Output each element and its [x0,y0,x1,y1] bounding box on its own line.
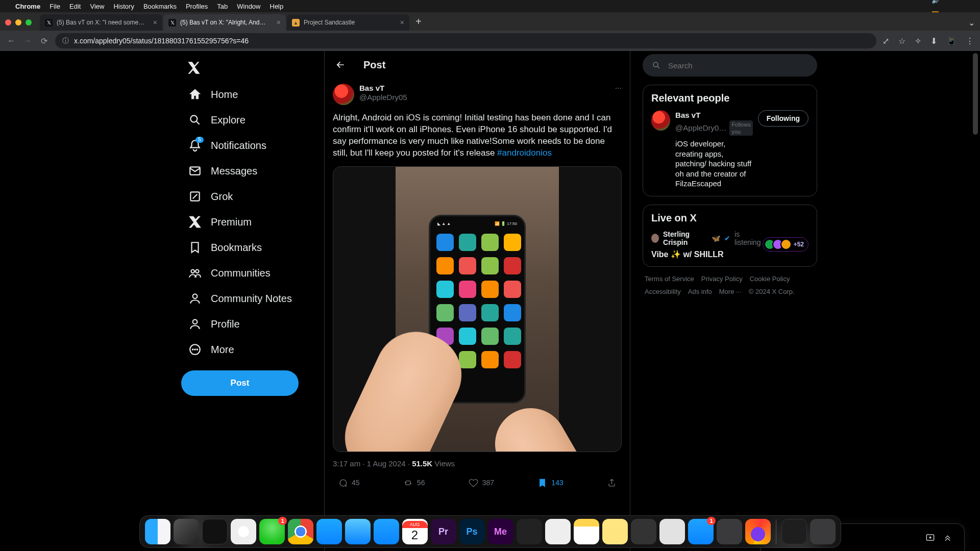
dock-launchpad-icon[interactable] [174,519,199,544]
dock-trash-icon[interactable] [810,519,836,544]
dock-utility-icon[interactable] [659,519,685,544]
tab-close-icon[interactable]: × [277,18,281,27]
live-card[interactable]: Live on X Sterling Crispin🦋✔is listening… [643,205,817,267]
nav-grok[interactable]: Grok [181,185,240,208]
dock-stickies-icon[interactable] [602,519,628,544]
dock-chess-icon[interactable] [631,519,656,544]
browser-tab[interactable]: ▲ Project Sandcastle × [287,14,409,31]
author-avatar[interactable] [333,84,354,105]
browser-tab[interactable]: 𝕏 (5) Bas vT on X: "Alright, And… × [163,14,286,31]
footer-link[interactable]: More ··· [719,288,742,295]
tweet-media[interactable]: ◣ ▲ ▲📶 🔋 17:50 [333,166,622,452]
expand-drawer-icon[interactable] [939,529,956,546]
tab-close-icon[interactable]: × [153,18,157,27]
nav-explore[interactable]: Explore [181,108,253,132]
dock-mediaencoder-icon[interactable]: Me [488,519,513,544]
back-button[interactable] [332,56,349,73]
install-pwa-icon[interactable]: ⤢ [883,36,889,46]
dock-settings-icon[interactable] [717,519,742,544]
search-input[interactable] [668,61,808,70]
menubar-item[interactable]: File [50,3,60,10]
nav-more[interactable]: More [181,338,241,361]
dock-firefox-icon[interactable] [745,519,771,544]
menubar-app-name[interactable]: Chrome [15,3,40,10]
reload-button[interactable]: ⟳ [39,36,49,46]
reply-button[interactable]: 45 [338,478,360,488]
share-button[interactable] [607,478,617,488]
person-handle[interactable]: @AppleDry0… [675,123,726,133]
tab-close-icon[interactable]: × [400,18,404,27]
menubar-item[interactable]: Bookmarks [143,3,177,10]
page-scrollbar[interactable] [972,53,979,549]
dock-photos-icon[interactable] [231,519,256,544]
like-button[interactable]: 387 [469,478,494,488]
footer-link[interactable]: Privacy Policy [701,275,743,283]
nav-communities[interactable]: Communities [181,261,278,285]
avatar[interactable] [651,110,670,131]
menubar-item[interactable]: Window [237,3,260,10]
bookmark-star-icon[interactable]: ☆ [898,36,905,46]
dock-xcode-icon[interactable] [316,519,342,544]
nav-community-notes[interactable]: Community Notes [181,287,299,310]
footer-link[interactable]: Terms of Service [645,275,694,283]
dock-notes-icon[interactable] [574,519,599,544]
tweet-time[interactable]: 3:17 am [333,459,360,468]
extensions-icon[interactable]: ✧ [915,36,921,46]
menubar-item[interactable]: Profiles [186,3,208,10]
site-info-icon[interactable]: ⓘ [62,36,69,45]
chrome-menu-icon[interactable]: ⋮ [966,36,974,46]
menubar-item[interactable]: Tab [217,3,228,10]
tab-overflow-icon[interactable]: ⌄ [963,15,980,31]
footer-link[interactable]: Ads info [688,288,712,295]
dock-appstore-icon[interactable] [374,519,399,544]
x-logo[interactable] [181,55,207,81]
person-name[interactable]: Bas vT [675,110,753,120]
tweet-date[interactable]: 1 Aug 2024 [367,459,406,468]
downloads-icon[interactable]: ⬇ [930,36,937,46]
nav-bookmarks[interactable]: Bookmarks [181,236,269,259]
card-title: Relevant people [651,92,808,104]
menubar-item[interactable]: Edit [69,3,81,10]
author-handle[interactable]: @AppleDry05 [359,93,407,102]
nav-messages[interactable]: Messages [181,159,264,183]
compose-post-button[interactable]: Post [181,370,299,396]
new-message-icon[interactable] [921,529,939,546]
browser-tab[interactable]: 𝕏 (5) Bas vT on X: "I need some… × [40,14,162,31]
new-tab-button[interactable]: + [410,16,427,31]
relevant-person: Bas vT @AppleDry0…Follows you iOS develo… [651,110,808,189]
menubar-item[interactable]: View [90,3,104,10]
search-box[interactable] [643,54,817,77]
author-name[interactable]: Bas vT [359,84,407,93]
dock-devtool-icon[interactable] [345,519,371,544]
tweet-more-icon[interactable]: ··· [615,84,622,105]
dock-screenshot-icon[interactable] [545,519,571,544]
dock-premiere-icon[interactable]: Pr [431,519,456,544]
dock-calendar-icon[interactable]: AUG2 [402,519,428,544]
dock-appstore2-icon[interactable]: 1 [688,519,714,544]
device-icon[interactable]: 📱 [946,36,957,46]
footer-link[interactable]: Accessibility [645,288,681,295]
nav-notifications[interactable]: Notifications [181,134,274,157]
nav-profile[interactable]: Profile [181,312,247,336]
dock-folder-icon[interactable] [781,519,807,544]
retweet-button[interactable]: 56 [403,478,425,488]
nav-home[interactable]: Home [181,83,245,106]
menubar-item[interactable]: Help [270,3,284,10]
nav-label: Home [211,89,238,101]
dock-terminal-icon[interactable] [202,519,228,544]
menubar-item[interactable]: History [113,3,134,10]
back-button[interactable]: ← [6,36,16,45]
dock-photoshop-icon[interactable]: Ps [459,519,485,544]
address-bar[interactable]: ⓘ x.com/appledry05/status/18188031761552… [55,33,876,48]
footer-link[interactable]: Cookie Policy [750,275,790,283]
dock-obs-icon[interactable] [517,519,542,544]
volume-icon[interactable]: 🔊 [932,0,939,4]
dock-messages-icon[interactable]: 1 [259,519,285,544]
nav-premium[interactable]: Premium [181,210,259,234]
follow-button[interactable]: Following [758,110,808,127]
bookmark-button[interactable]: 143 [537,478,563,488]
window-controls[interactable] [5,19,32,26]
dock-finder-icon[interactable] [145,519,170,544]
dock-chrome-icon[interactable] [288,519,313,544]
hashtag-link[interactable]: #androidonios [497,148,552,158]
